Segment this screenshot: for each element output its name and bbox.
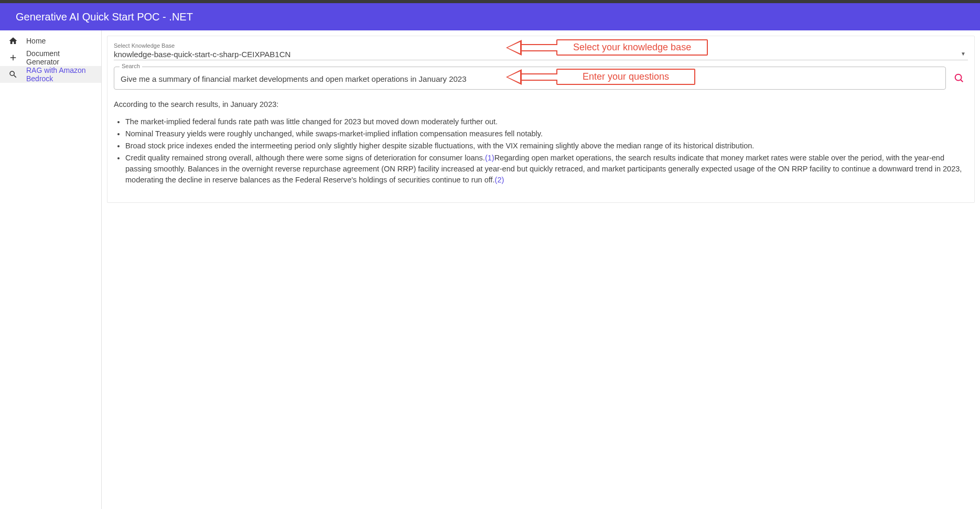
citation-link[interactable]: (2) xyxy=(495,176,504,184)
result-item: Broad stock price indexes ended the inte… xyxy=(125,140,968,151)
sidebar: Home Document Generator RAG with Amazon … xyxy=(0,30,102,509)
search-label: Search xyxy=(120,63,142,69)
search-input[interactable] xyxy=(121,74,939,83)
search-icon xyxy=(953,72,965,84)
sidebar-item-label: Home xyxy=(26,37,46,45)
kb-selected-value: knowledge-base-quick-start-c-sharp-CEIXP… xyxy=(114,49,290,59)
rag-card: Select Knowledge Base knowledge-base-qui… xyxy=(107,36,975,203)
results-intro: According to the search results, in Janu… xyxy=(114,99,968,110)
search-row: Search xyxy=(114,67,968,90)
sidebar-item-document-generator[interactable]: Document Generator xyxy=(0,49,101,66)
sidebar-item-label: RAG with Amazon Bedrock xyxy=(26,66,93,83)
kb-field: Select Knowledge Base knowledge-base-qui… xyxy=(114,42,968,60)
kb-label: Select Knowledge Base xyxy=(114,42,968,49)
sidebar-item-rag-bedrock[interactable]: RAG with Amazon Bedrock xyxy=(0,66,101,83)
chevron-down-icon: ▼ xyxy=(961,51,968,57)
results-list: The market-implied federal funds rate pa… xyxy=(125,116,968,186)
plus-icon xyxy=(8,53,18,62)
main-content: Select Knowledge Base knowledge-base-qui… xyxy=(102,30,980,509)
result-text: Credit quality remained strong overall, … xyxy=(125,154,485,162)
result-item: The market-implied federal funds rate pa… xyxy=(125,116,968,127)
search-icon xyxy=(8,70,18,79)
result-item: Nominal Treasury yields were roughly unc… xyxy=(125,128,968,139)
sidebar-item-home[interactable]: Home xyxy=(0,33,101,49)
svg-line-1 xyxy=(961,80,963,82)
sidebar-item-label: Document Generator xyxy=(26,49,93,66)
app-bar: Generative AI Quick Start POC - .NET xyxy=(0,3,980,30)
search-box[interactable]: Search xyxy=(114,67,946,90)
search-button[interactable] xyxy=(950,67,968,90)
citation-link[interactable]: (1) xyxy=(485,154,494,162)
results-panel: According to the search results, in Janu… xyxy=(114,90,968,193)
home-icon xyxy=(8,36,18,46)
result-item: Credit quality remained strong overall, … xyxy=(125,153,968,186)
kb-select[interactable]: knowledge-base-quick-start-c-sharp-CEIXP… xyxy=(114,49,968,60)
svg-point-0 xyxy=(955,74,962,81)
app-title: Generative AI Quick Start POC - .NET xyxy=(16,11,193,23)
